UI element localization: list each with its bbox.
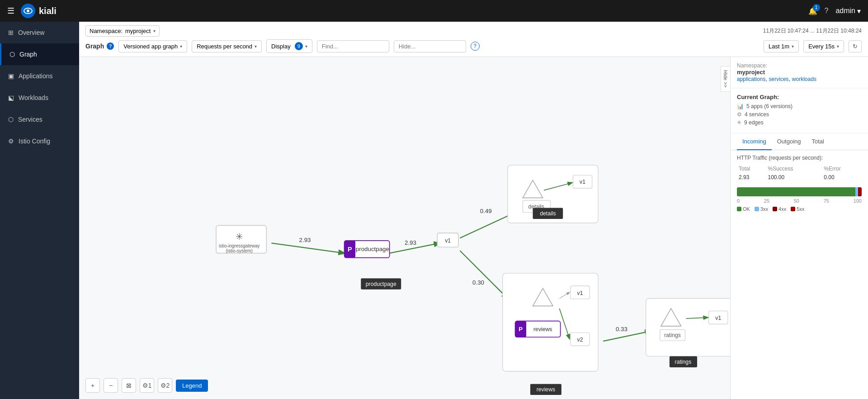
- tab-incoming[interactable]: Incoming: [737, 133, 772, 150]
- legend-ok-label: OK: [743, 206, 750, 212]
- legend-4xx: 4xx: [773, 206, 786, 212]
- find-input[interactable]: [317, 40, 389, 52]
- logo-icon: [21, 4, 35, 18]
- node-istio-ingress: ✳ istio-ingressgateway (istio-system): [216, 225, 266, 253]
- services-stat-icon: ⚙: [737, 111, 742, 118]
- zoom-out-button[interactable]: −: [104, 378, 118, 393]
- metric-selector[interactable]: Requests per second ▾: [192, 40, 262, 52]
- svg-line-15: [603, 331, 651, 341]
- legend-ok: OK: [737, 206, 750, 212]
- graph-icon: ⬡: [9, 51, 15, 58]
- traffic-table: Total %Success %Error 2.93 100.00 0.00: [737, 165, 862, 182]
- side-panel: Namespace: myproject applications, servi…: [730, 57, 868, 399]
- svg-text:ratings: ratings: [675, 359, 692, 365]
- graph-type-arrow: ▾: [180, 44, 182, 49]
- fit-button[interactable]: ⊠: [122, 378, 136, 393]
- metric-label: Requests per second: [197, 43, 252, 50]
- svg-point-1: [27, 10, 29, 12]
- legend-3xx-label: 3xx: [760, 206, 768, 212]
- sidebar-item-label: Workloads: [19, 94, 48, 101]
- sidebar-item-label: Graph: [19, 51, 37, 58]
- notification-badge: 1: [813, 4, 820, 11]
- applications-link[interactable]: applications: [737, 76, 765, 82]
- cell-success: 100.00: [766, 173, 822, 182]
- display-arrow: ▾: [305, 44, 307, 49]
- col-error: %Error: [822, 165, 862, 173]
- svg-text:(istio-system): (istio-system): [226, 248, 253, 253]
- node1-button[interactable]: ⚙1: [140, 378, 154, 393]
- svg-text:productpage: productpage: [356, 246, 389, 252]
- namespace-selector[interactable]: Namespace: myproject ▾: [85, 25, 160, 37]
- svg-text:reviews: reviews: [537, 386, 555, 393]
- hide-input[interactable]: [394, 40, 466, 52]
- toolbar-row2: Graph ? Versioned app graph ▾ Requests p…: [85, 39, 862, 53]
- legend-5xx: 5xx: [791, 206, 804, 212]
- svg-text:reviews: reviews: [533, 326, 552, 332]
- notifications[interactable]: 🔔 1: [808, 7, 817, 15]
- user-menu[interactable]: admin ▾: [835, 7, 861, 15]
- svg-rect-52: [646, 299, 730, 356]
- display-selector[interactable]: Display 9 ▾: [266, 39, 312, 53]
- namespace-links: applications, services, workloads: [737, 76, 862, 82]
- bar-5xx: [859, 187, 862, 196]
- toolbar-right: 11月22日 10:47:24 ... 11月22日 10:48:24: [763, 27, 862, 35]
- hide-panel-tab[interactable]: Hide >>: [721, 66, 730, 92]
- cell-error: 0.00: [822, 173, 862, 182]
- sidebar-item-istio-config[interactable]: ⚙ Istio Config: [0, 130, 79, 152]
- svg-text:v1: v1: [715, 315, 721, 321]
- legend-4xx-dot: [773, 207, 777, 211]
- workloads-link[interactable]: workloads: [792, 76, 816, 82]
- node2-button[interactable]: ⚙2: [158, 378, 172, 393]
- namespace-label: Namespace:: [737, 62, 862, 69]
- tab-outgoing[interactable]: Outgoing: [772, 133, 807, 150]
- applications-icon: ▣: [8, 72, 14, 80]
- sidebar-item-overview[interactable]: ⊞ Overview: [0, 22, 79, 43]
- sidebar-item-graph[interactable]: ⬡ Graph: [0, 43, 79, 65]
- current-graph-label: Current Graph:: [737, 94, 862, 100]
- svg-text:2.93: 2.93: [299, 237, 311, 243]
- main-content: Namespace: myproject ▾ 11月22日 10:47:24 .…: [79, 22, 868, 399]
- svg-text:P: P: [348, 246, 352, 253]
- legend-5xx-dot: [791, 207, 795, 211]
- namespace-label: Namespace:: [90, 28, 123, 34]
- stat-services: ⚙ 4 services: [737, 111, 862, 118]
- legend-3xx: 3xx: [755, 206, 768, 212]
- refresh-button[interactable]: ↻: [849, 40, 862, 52]
- filter-help-icon[interactable]: ?: [471, 42, 480, 51]
- sidebar-item-services[interactable]: ⬡ Services: [0, 109, 79, 130]
- graph-type-selector[interactable]: Versioned app graph ▾: [118, 40, 187, 52]
- edges-stat-icon: ✳: [737, 119, 741, 126]
- legend-3xx-dot: [755, 207, 759, 211]
- display-label: Display: [271, 43, 291, 50]
- sidebar-item-label: Services: [18, 116, 42, 123]
- display-count: 9: [295, 42, 303, 50]
- sidebar-item-label: Overview: [18, 29, 44, 36]
- svg-text:productpage: productpage: [366, 281, 396, 287]
- last-time-selector[interactable]: Last 1m ▾: [764, 40, 799, 52]
- graph-canvas[interactable]: 2.93 2.93 0.49 0-49 0.30 0.30: [79, 57, 730, 399]
- graph-info-icon[interactable]: ?: [107, 43, 114, 50]
- svg-text:v2: v2: [577, 337, 583, 343]
- last-time-label: Last 1m: [769, 43, 789, 50]
- legend-4xx-label: 4xx: [778, 206, 786, 212]
- sidebar-item-label: Istio Config: [19, 138, 50, 145]
- hamburger-menu[interactable]: ☰: [7, 6, 14, 16]
- svg-line-10: [460, 251, 508, 299]
- axis-50: 50: [794, 198, 799, 204]
- svg-text:0.33: 0.33: [616, 326, 627, 332]
- namespace-value: myproject: [125, 28, 151, 34]
- help-icon[interactable]: ?: [825, 7, 829, 15]
- legend-button[interactable]: Legend: [176, 380, 208, 392]
- refresh-interval-label: Every 15s: [808, 43, 835, 50]
- sidebar-item-applications[interactable]: ▣ Applications: [0, 65, 79, 87]
- col-success: %Success: [766, 165, 822, 173]
- zoom-in-button[interactable]: +: [85, 378, 100, 393]
- services-link[interactable]: services: [769, 76, 789, 82]
- svg-text:istio-ingressgateway: istio-ingressgateway: [219, 243, 260, 248]
- bar-ok: [737, 187, 855, 196]
- sidebar-item-workloads[interactable]: ⬕ Workloads: [0, 87, 79, 109]
- tab-total[interactable]: Total: [807, 133, 830, 150]
- istio-icon: ⚙: [8, 138, 14, 145]
- refresh-interval-selector[interactable]: Every 15s ▾: [803, 40, 844, 52]
- app-logo: kiali: [21, 4, 57, 18]
